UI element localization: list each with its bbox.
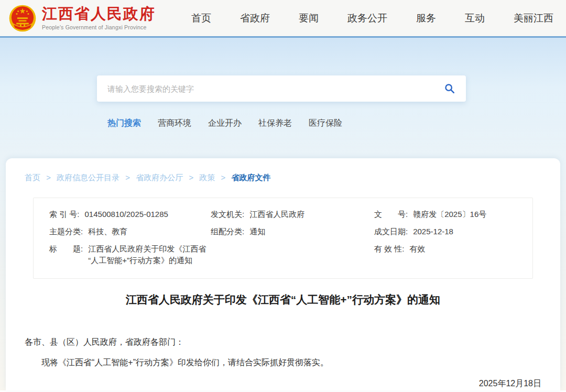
meta-value: 014500810/2025-01285 <box>85 209 168 220</box>
meta-value: 2025-12-18 <box>413 226 453 237</box>
meta-value: 赣府发〔2025〕16号 <box>413 209 486 220</box>
meta-label: 索 引 号: <box>49 209 80 220</box>
breadcrumb-general-office[interactable]: 省政府办公厅 <box>136 173 183 182</box>
site-header: 江西省人民政府 People's Government of Jiangxi P… <box>0 0 566 38</box>
breadcrumb-policy[interactable]: 政策 <box>199 173 215 182</box>
meta-topic-category: 主题分类: 科技、教育 <box>49 226 211 237</box>
meta-column-3: 文 号: 赣府发〔2025〕16号 成文日期: 2025-12-18 有 效 性… <box>374 209 517 272</box>
meta-value: 通知 <box>249 226 265 237</box>
meta-title: 标 题: 江西省人民政府关于印发《江西省“人工智能+”行动方案》的通知 <box>49 243 211 266</box>
hot-search-label[interactable]: 热门搜索 <box>107 118 141 129</box>
meta-column-1: 索 引 号: 014500810/2025-01285 主题分类: 科技、教育 … <box>49 209 211 272</box>
meta-value: 有效 <box>410 243 426 255</box>
page-body: 热门搜索 营商环境 企业开办 社保养老 医疗保险 首页 > 政府信息公开目录 >… <box>0 38 566 390</box>
hero-search-section: 热门搜索 营商环境 企业开办 社保养老 医疗保险 <box>0 38 566 158</box>
breadcrumb-separator: > <box>189 173 193 182</box>
breadcrumb-home[interactable]: 首页 <box>25 173 40 182</box>
hot-search-row: 热门搜索 营商环境 企业开办 社保养老 医疗保险 <box>107 118 566 129</box>
meta-validity: 有 效 性: 有效 <box>374 243 517 255</box>
breadcrumb-info-directory[interactable]: 政府信息公开目录 <box>57 173 119 182</box>
meta-issuing-agency: 发文机关: 江西省人民政府 <box>211 209 374 220</box>
search-bar <box>97 75 466 102</box>
search-button[interactable] <box>442 81 458 96</box>
document-title: 江西省人民政府关于印发《江西省“人工智能+”行动方案》的通知 <box>25 292 541 307</box>
doc-meta-table: 索 引 号: 014500810/2025-01285 主题分类: 科技、教育 … <box>33 198 533 279</box>
nav-government-affairs[interactable]: 政务公开 <box>347 12 387 25</box>
document-body: 各市、县（区）人民政府，省政府各部门： 现将《江西省“人工智能+”行动方案》印发… <box>25 335 541 390</box>
nav-provincial-government[interactable]: 省政府 <box>240 12 270 25</box>
document-paragraph: 现将《江西省“人工智能+”行动方案》印发给你们，请结合实际抓好贯彻落实。 <box>25 356 541 369</box>
hot-search-item-social-security[interactable]: 社保养老 <box>258 118 292 129</box>
nav-news[interactable]: 要闻 <box>299 12 319 25</box>
meta-value: 江西省人民政府关于印发《江西省“人工智能+”行动方案》的通知 <box>88 243 211 266</box>
document-date: 2025年12月18日 <box>25 377 541 390</box>
hot-search-item-business-environment[interactable]: 营商环境 <box>158 118 191 129</box>
breadcrumb-separator: > <box>221 173 226 182</box>
site-title: 江西省人民政府 <box>42 6 156 23</box>
meta-label: 有 效 性: <box>374 243 405 255</box>
meta-column-2: 发文机关: 江西省人民政府 组配分类: 通知 <box>211 209 374 272</box>
meta-label: 组配分类: <box>211 226 244 237</box>
document-salutation: 各市、县（区）人民政府，省政府各部门： <box>25 335 541 349</box>
breadcrumb-separator: > <box>46 173 51 182</box>
meta-label: 文 号: <box>374 209 408 220</box>
breadcrumb: 首页 > 政府信息公开目录 > 省政府办公厅 > 政策 > 省政府文件 <box>25 173 541 183</box>
national-emblem-icon <box>8 4 37 32</box>
site-logo[interactable]: 江西省人民政府 People's Government of Jiangxi P… <box>8 4 156 32</box>
meta-label: 成文日期: <box>374 226 408 237</box>
meta-issue-date: 成文日期: 2025-12-18 <box>374 226 517 237</box>
content-card: 首页 > 政府信息公开目录 > 省政府办公厅 > 政策 > 省政府文件 索 引 … <box>6 158 560 390</box>
meta-label: 主题分类: <box>49 226 83 237</box>
search-input[interactable] <box>107 84 442 93</box>
nav-interaction[interactable]: 互动 <box>465 12 485 25</box>
breadcrumb-separator: > <box>125 173 130 182</box>
meta-value: 科技、教育 <box>88 226 127 237</box>
nav-home[interactable]: 首页 <box>191 12 211 25</box>
meta-label: 发文机关: <box>211 209 244 220</box>
meta-value: 江西省人民政府 <box>249 209 304 220</box>
hot-search-item-medical-insurance[interactable]: 医疗保险 <box>309 118 342 129</box>
breadcrumb-current: 省政府文件 <box>231 173 270 182</box>
nav-beautiful-jiangxi[interactable]: 美丽江西 <box>514 12 553 25</box>
meta-group-category: 组配分类: 通知 <box>211 226 374 237</box>
main-nav: 首页 省政府 要闻 政务公开 服务 互动 美丽江西 <box>191 12 553 25</box>
meta-index-number: 索 引 号: 014500810/2025-01285 <box>49 209 211 220</box>
search-icon <box>444 83 455 94</box>
nav-services[interactable]: 服务 <box>416 12 436 25</box>
hot-search-item-enterprise-registration[interactable]: 企业开办 <box>208 118 242 129</box>
meta-document-number: 文 号: 赣府发〔2025〕16号 <box>374 209 517 220</box>
meta-label: 标 题: <box>49 243 83 255</box>
site-subtitle: People's Government of Jiangxi Province <box>42 24 156 30</box>
